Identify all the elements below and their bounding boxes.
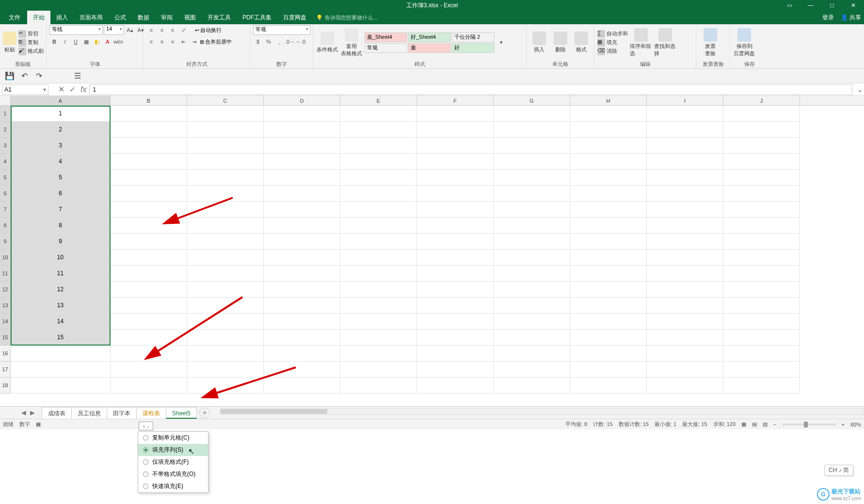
sheet-tab[interactable]: 田字本: [107, 407, 137, 419]
tab-pdf-tools[interactable]: PDF工具集: [237, 11, 277, 24]
align-center-icon[interactable]: ≡: [157, 37, 167, 47]
cell[interactable]: [570, 314, 647, 330]
sheet-tab-active[interactable]: Sheet5: [166, 407, 197, 419]
cell[interactable]: [417, 138, 494, 154]
row-header[interactable]: 10: [0, 250, 11, 266]
cell[interactable]: [570, 330, 647, 346]
cell[interactable]: [340, 346, 417, 362]
tab-insert[interactable]: 插入: [50, 11, 74, 24]
cell[interactable]: [417, 362, 494, 378]
find-select-button[interactable]: 查找和选择: [654, 28, 676, 57]
row-header[interactable]: 14: [0, 314, 11, 330]
cell[interactable]: [723, 122, 800, 138]
wrap-text-button[interactable]: ↩自动换行: [195, 25, 222, 35]
cell[interactable]: 3: [11, 138, 111, 154]
cell[interactable]: 10: [11, 250, 111, 266]
cell[interactable]: [340, 202, 417, 218]
cell[interactable]: [111, 234, 187, 250]
cell[interactable]: [11, 378, 111, 394]
cell[interactable]: [340, 298, 417, 314]
cell[interactable]: [647, 122, 723, 138]
invoice-verify-button[interactable]: 发票 查验: [699, 28, 721, 57]
cell[interactable]: [417, 314, 494, 330]
increase-decimal-icon[interactable]: .0→: [285, 37, 295, 47]
qat-undo-icon[interactable]: ↶: [19, 71, 29, 81]
cell[interactable]: [723, 378, 800, 394]
cell[interactable]: [494, 138, 570, 154]
cell[interactable]: [111, 170, 187, 186]
cell[interactable]: [570, 170, 647, 186]
cell[interactable]: [647, 330, 723, 346]
formula-bar[interactable]: 1: [89, 84, 852, 95]
sheet-nav-prev-icon[interactable]: ◄: [19, 409, 28, 417]
cell[interactable]: [570, 202, 647, 218]
cell[interactable]: [647, 202, 723, 218]
cell[interactable]: [570, 122, 647, 138]
cell[interactable]: [723, 362, 800, 378]
style-good[interactable]: 好: [452, 43, 495, 53]
save-baidu-button[interactable]: 保存到 百度网盘: [733, 28, 755, 57]
align-top-icon[interactable]: ≡: [146, 25, 156, 35]
insert-cells-button[interactable]: 插入: [529, 32, 549, 53]
sheet-tab[interactable]: 课程表: [136, 407, 166, 419]
cell[interactable]: [264, 362, 340, 378]
cell[interactable]: [187, 346, 264, 362]
align-left-icon[interactable]: ≡: [146, 37, 156, 47]
cell[interactable]: [340, 186, 417, 202]
cut-button[interactable]: ✂剪切: [18, 30, 44, 38]
cell[interactable]: 11: [11, 266, 111, 282]
cell[interactable]: 13: [11, 298, 111, 314]
cell[interactable]: [647, 234, 723, 250]
cell[interactable]: [417, 282, 494, 298]
align-middle-icon[interactable]: ≡: [157, 25, 167, 35]
cell[interactable]: [494, 202, 570, 218]
cell[interactable]: [570, 298, 647, 314]
cell[interactable]: [494, 330, 570, 346]
tab-developer[interactable]: 开发工具: [202, 11, 237, 24]
cell[interactable]: 1: [11, 106, 111, 122]
autofill-options-button[interactable]: ⎀ ▾: [139, 422, 153, 430]
cell[interactable]: [264, 138, 340, 154]
ribbon-display-options[interactable]: ▭: [779, 0, 800, 11]
cell[interactable]: [647, 266, 723, 282]
cell[interactable]: [417, 154, 494, 170]
cell[interactable]: [111, 202, 187, 218]
cell[interactable]: [494, 362, 570, 378]
row-header[interactable]: 11: [0, 266, 11, 282]
view-pagelayout-icon[interactable]: ▤: [752, 421, 757, 427]
sheet-tab[interactable]: 员工信息: [71, 407, 107, 419]
zoom-slider[interactable]: [783, 424, 836, 425]
name-box[interactable]: A1▾: [2, 84, 48, 95]
cell[interactable]: [494, 218, 570, 234]
cell[interactable]: [340, 282, 417, 298]
tab-baidu-netdisk[interactable]: 百度网盘: [277, 11, 312, 24]
cell[interactable]: [417, 346, 494, 362]
paste-button[interactable]: 粘贴: [3, 32, 16, 53]
cell[interactable]: [647, 250, 723, 266]
row-header[interactable]: 4: [0, 154, 11, 170]
cell[interactable]: [723, 298, 800, 314]
style-thousands[interactable]: 千位分隔 2: [452, 32, 495, 42]
scrollbar-thumb[interactable]: [221, 409, 327, 414]
cell[interactable]: [187, 314, 264, 330]
cell[interactable]: [647, 362, 723, 378]
row-header[interactable]: 12: [0, 282, 11, 298]
cell[interactable]: [187, 218, 264, 234]
tab-formulas[interactable]: 公式: [109, 11, 132, 24]
cell[interactable]: [111, 106, 187, 122]
cell[interactable]: [264, 330, 340, 346]
qat-save-icon[interactable]: 💾: [5, 71, 15, 81]
cell[interactable]: [187, 250, 264, 266]
zoom-level[interactable]: 80%: [850, 422, 861, 427]
tab-view[interactable]: 视图: [178, 11, 202, 24]
cell[interactable]: [187, 154, 264, 170]
col-header-B[interactable]: B: [111, 96, 187, 105]
cell[interactable]: [264, 282, 340, 298]
cell[interactable]: [570, 154, 647, 170]
cell[interactable]: [723, 314, 800, 330]
tab-review[interactable]: 审阅: [155, 11, 178, 24]
view-normal-icon[interactable]: ▦: [741, 421, 746, 427]
cell[interactable]: [570, 378, 647, 394]
col-header-G[interactable]: G: [494, 96, 570, 105]
cell[interactable]: [187, 282, 264, 298]
